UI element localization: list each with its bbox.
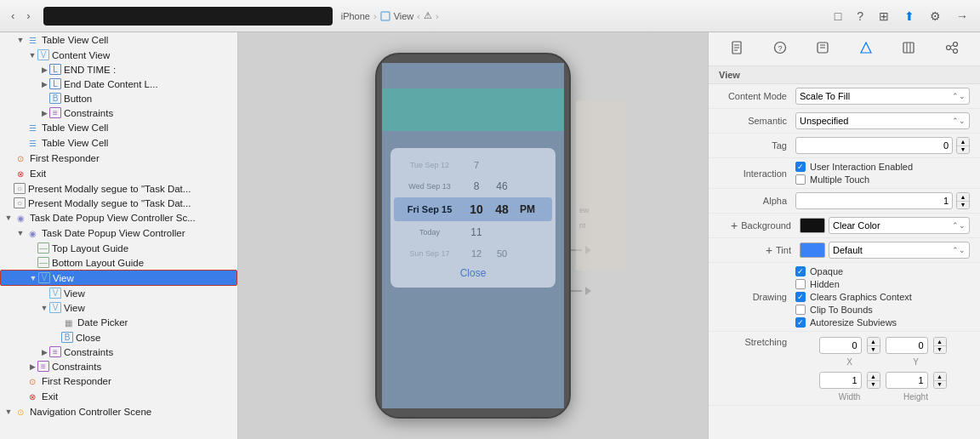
user-interaction-row[interactable]: ✓ User Interaction Enabled	[795, 162, 913, 172]
semantic-select[interactable]: Unspecified ⌃⌄	[795, 112, 970, 129]
back-btn[interactable]: ‹	[7, 7, 19, 25]
disclosure-constraints-1[interactable]: ▶	[39, 109, 49, 117]
disclosure-nav-controller[interactable]: ▼	[3, 408, 14, 416]
disclosure-view-child-2[interactable]: ▼	[39, 304, 49, 312]
nav-item-end-date-content[interactable]: ▶LEnd Date Content L...	[0, 77, 237, 91]
clip-bounds-cb[interactable]	[795, 305, 806, 315]
disclosure-constraints-3[interactable]: ▶	[27, 362, 37, 371]
tint-color-swatch[interactable]	[800, 242, 825, 258]
inspector-identity-btn[interactable]	[809, 37, 836, 60]
stretch-w-input[interactable]	[819, 372, 862, 389]
nav-item-table-view-cell-2[interactable]: ☰Table View Cell	[0, 120, 237, 135]
stretch-h-down[interactable]: ▼	[934, 381, 946, 389]
alpha-stepper-down[interactable]: ▼	[957, 202, 969, 209]
inspector-btn[interactable]: ⬆	[899, 7, 920, 26]
inspector-help-btn[interactable]: ?	[766, 37, 794, 60]
search-bar[interactable]	[43, 7, 333, 26]
nav-item-segue-2[interactable]: ○Present Modally segue to "Task Dat...	[0, 196, 237, 210]
inspector-attributes-btn[interactable]	[852, 37, 880, 60]
multiple-touch-row[interactable]: Multiple Touch	[795, 174, 913, 185]
stretch-x-input[interactable]	[819, 337, 862, 354]
tag-stepper-up[interactable]: ▲	[957, 138, 969, 146]
disclosure-scene[interactable]: ▼	[3, 214, 14, 222]
stretch-w-down[interactable]: ▼	[868, 381, 880, 389]
nav-item-first-responder-2[interactable]: ⊙First Responder	[0, 373, 237, 389]
stretch-w-stepper[interactable]: ▲ ▼	[867, 372, 880, 389]
hidden-row[interactable]: Hidden	[795, 279, 912, 289]
inspector-size-btn[interactable]	[895, 37, 922, 60]
nav-item-constraints-3[interactable]: ▶≡Constraints	[0, 359, 237, 373]
autoresize-cb[interactable]: ✓	[795, 317, 806, 328]
alpha-stepper[interactable]: ▲ ▼	[956, 192, 970, 209]
background-plus-btn[interactable]: +	[729, 219, 739, 232]
stretch-x-up[interactable]: ▲	[868, 338, 880, 346]
tag-stepper-down[interactable]: ▼	[957, 146, 969, 154]
disclosure-view-selected[interactable]: ▼	[28, 274, 38, 282]
nav-item-segue-1[interactable]: ○Present Modally segue to "Task Dat...	[0, 181, 237, 196]
disclosure-content-view[interactable]: ▼	[27, 51, 37, 60]
nav-item-table-view-cell-1[interactable]: ▼☰Table View Cell	[0, 32, 237, 48]
nav-item-content-view[interactable]: ▼VContent View	[0, 48, 237, 62]
content-mode-select[interactable]: Scale To Fill ⌃⌄	[795, 88, 970, 105]
nav-item-constraints-1[interactable]: ▶≡Constraints	[0, 105, 237, 120]
stretch-h-up[interactable]: ▲	[934, 373, 946, 381]
nav-item-view-child-1[interactable]: VView	[0, 286, 237, 300]
stretch-y-stepper[interactable]: ▲ ▼	[933, 337, 947, 354]
inspector-connections-btn[interactable]	[938, 37, 966, 60]
nav-item-date-picker[interactable]: ▦Date Picker	[0, 315, 237, 330]
stretch-y-input[interactable]	[886, 337, 928, 354]
nav-item-exit-2[interactable]: ⊗Exit	[0, 389, 237, 404]
nav-item-view-selected[interactable]: ▼VView	[0, 270, 237, 286]
alpha-input[interactable]	[795, 192, 953, 209]
disclosure-vc[interactable]: ▼	[15, 229, 26, 237]
stretch-x-stepper[interactable]: ▲ ▼	[867, 337, 880, 354]
user-interaction-cb[interactable]: ✓	[795, 162, 806, 172]
nav-item-top-layout[interactable]: —Top Layout Guide	[0, 241, 237, 255]
nav-item-constraints-2[interactable]: ▶≡Constraints	[0, 345, 237, 359]
opaque-cb[interactable]: ✓	[795, 266, 806, 277]
disclosure-table-view-cell-1[interactable]: ▼	[15, 36, 26, 44]
nav-item-scene[interactable]: ▼◉Task Date Popup View Controller Sc...	[0, 210, 237, 225]
clears-graphics-cb[interactable]: ✓	[795, 292, 806, 302]
clip-bounds-row[interactable]: Clip To Bounds	[795, 305, 912, 315]
alpha-stepper-up[interactable]: ▲	[957, 193, 969, 202]
nav-item-nav-controller[interactable]: ▼⊙Navigation Controller Scene	[0, 404, 237, 419]
grid-btn[interactable]: ⊞	[874, 7, 894, 26]
nav-item-bottom-layout[interactable]: —Bottom Layout Guide	[0, 255, 237, 270]
nav-item-exit-1[interactable]: ⊗Exit	[0, 166, 237, 181]
stretch-y-up[interactable]: ▲	[934, 338, 946, 346]
opaque-row[interactable]: ✓ Opaque	[795, 266, 912, 277]
disclosure-end-time[interactable]: ▶	[39, 66, 49, 74]
stretch-w-up[interactable]: ▲	[868, 373, 880, 381]
hidden-cb[interactable]	[795, 279, 806, 289]
background-color-swatch[interactable]	[800, 218, 825, 233]
stretch-h-stepper[interactable]: ▲ ▼	[933, 372, 947, 389]
nav-item-end-time[interactable]: ▶LEND TIME :	[0, 62, 237, 77]
settings-btn[interactable]: ⚙	[925, 7, 946, 26]
autoresize-row[interactable]: ✓ Autoresize Subviews	[795, 317, 912, 328]
tag-input[interactable]	[795, 137, 953, 154]
calendar-close-btn[interactable]: Close	[394, 264, 552, 281]
stretch-h-input[interactable]	[886, 372, 928, 389]
tint-select[interactable]: Default ⌃⌄	[829, 242, 970, 259]
nav-item-close[interactable]: BClose	[0, 330, 237, 345]
nav-item-first-responder-1[interactable]: ⊙First Responder	[0, 151, 237, 166]
multiple-touch-cb[interactable]	[795, 174, 806, 185]
view-hierarchy-btn[interactable]: □	[829, 7, 846, 26]
nav-item-vc[interactable]: ▼◉Task Date Popup View Controller	[0, 225, 237, 241]
help-btn[interactable]: ?	[852, 7, 869, 26]
disclosure-end-date-content[interactable]: ▶	[39, 80, 49, 88]
forward-btn[interactable]: ›	[22, 7, 34, 25]
clears-graphics-row[interactable]: ✓ Clears Graphics Context	[795, 292, 912, 302]
stretch-x-down[interactable]: ▼	[868, 346, 880, 354]
nav-item-table-view-cell-3[interactable]: ☰Table View Cell	[0, 135, 237, 151]
tint-plus-btn[interactable]: +	[764, 243, 774, 257]
tag-stepper[interactable]: ▲ ▼	[956, 137, 970, 154]
nav-item-view-child-2[interactable]: ▼VView	[0, 300, 237, 315]
background-select[interactable]: Clear Color ⌃⌄	[829, 217, 970, 234]
inspector-file-btn[interactable]	[723, 37, 750, 60]
disclosure-constraints-2[interactable]: ▶	[39, 348, 49, 356]
nav-item-button[interactable]: BButton	[0, 91, 237, 105]
share-btn[interactable]: →	[951, 7, 973, 26]
stretch-y-down[interactable]: ▼	[934, 346, 946, 354]
